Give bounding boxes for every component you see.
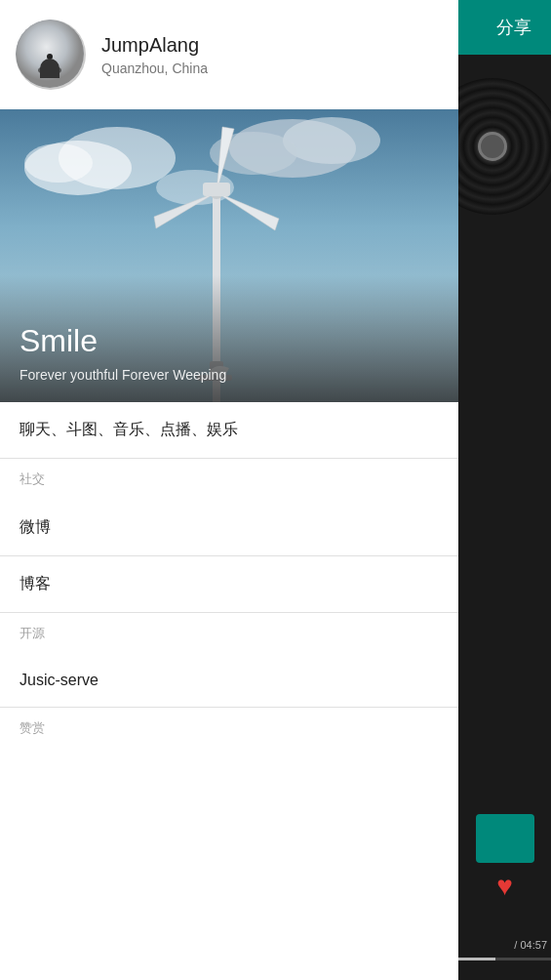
section-header-opensource: 开源 [0, 613, 458, 654]
tagline-text: 聊天、斗图、音乐、点播、娱乐 [20, 421, 238, 437]
svg-point-11 [24, 143, 93, 183]
avatar [16, 20, 86, 90]
hero-subtitle: Forever youthful Forever Weeping [20, 367, 226, 383]
svg-line-4 [47, 60, 50, 68]
player-time: / 04:57 [514, 939, 547, 951]
profile-name: JumpAlang [101, 34, 208, 57]
menu-list: 聊天、斗图、音乐、点播、娱乐 社交 微博 博客 开源 Jusic-serve 赞… [0, 402, 458, 749]
right-panel: ♥ / 04:57 [458, 0, 551, 980]
hero-image: Smile Forever youthful Forever Weeping [0, 109, 458, 402]
profile-info: JumpAlang Quanzhou, China [101, 34, 208, 76]
hero-section: Smile Forever youthful Forever Weeping [0, 109, 458, 402]
menu-item-weibo[interactable]: 微博 [0, 500, 458, 556]
share-label[interactable]: 分享 [496, 16, 531, 39]
menu-item-jusic[interactable]: Jusic-serve [0, 654, 458, 708]
heart-icon[interactable]: ♥ [496, 871, 513, 902]
menu-item-blog[interactable]: 博客 [0, 556, 458, 613]
tagline-item: 聊天、斗图、音乐、点播、娱乐 [0, 402, 458, 459]
svg-point-2 [38, 65, 61, 75]
profile-location: Quanzhou, China [101, 61, 208, 76]
profile-header: JumpAlang Quanzhou, China [0, 0, 458, 109]
svg-line-5 [50, 60, 53, 68]
hero-title: Smile [20, 323, 98, 359]
svg-point-13 [283, 117, 380, 164]
svg-point-3 [47, 54, 53, 60]
progress-bar[interactable] [458, 958, 551, 960]
section-header-social: 社交 [0, 459, 458, 500]
svg-line-6 [44, 61, 50, 64]
progress-fill [458, 958, 495, 960]
section-header-reward: 赞赏 [0, 708, 458, 749]
svg-rect-18 [203, 183, 230, 196]
time-display: / 04:57 [514, 939, 547, 951]
player-controls: ♥ [458, 814, 551, 902]
teal-button[interactable] [476, 814, 534, 863]
